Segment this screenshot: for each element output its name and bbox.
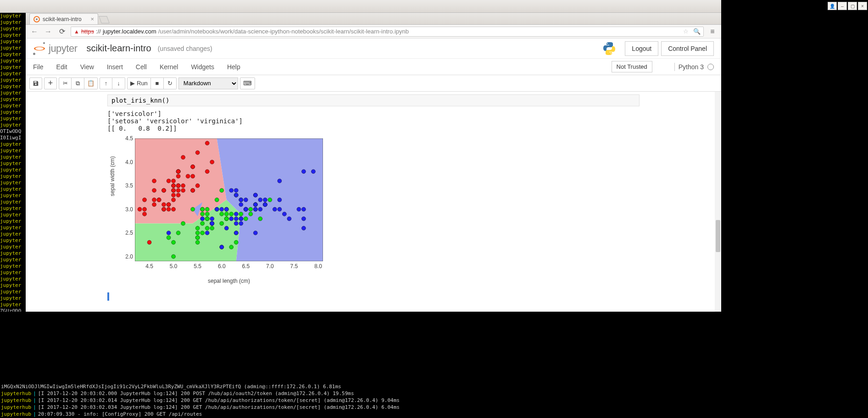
notebook-menubar: FileEditViewInsertCellKernelWidgetsHelp …	[26, 59, 721, 75]
svg-point-115	[244, 198, 248, 202]
save-button[interactable]	[29, 77, 42, 89]
menu-kernel[interactable]: Kernel	[160, 63, 178, 71]
svg-point-111	[167, 231, 171, 235]
browser-window: scikit-learn-intro × ← → ⟳ ▲ https://jup…	[26, 0, 721, 312]
window-close-button[interactable]: ×	[858, 2, 867, 10]
svg-point-30	[172, 207, 176, 211]
menu-edit[interactable]: Edit	[56, 63, 67, 71]
svg-point-152	[244, 207, 248, 211]
terminal-bottom: iMGQxN2NiODJlMGIwIiwgIm5leHRfdXJsIjogIi9…	[0, 383, 868, 418]
trust-button[interactable]: Not Trusted	[612, 61, 652, 72]
svg-point-41	[195, 184, 200, 188]
svg-point-53	[186, 174, 190, 178]
command-palette-button[interactable]: ⌨	[240, 77, 255, 89]
jupyter-logo[interactable]: jupyter	[33, 42, 78, 55]
svg-point-86	[195, 236, 200, 240]
svg-point-128	[234, 221, 238, 226]
svg-point-84	[205, 226, 209, 230]
svg-point-47	[143, 198, 147, 202]
svg-point-42	[167, 179, 171, 183]
svg-point-126	[200, 217, 205, 221]
svg-point-90	[220, 188, 224, 192]
markdown-blockquote	[107, 292, 640, 301]
svg-point-59	[244, 217, 248, 221]
svg-point-140	[301, 207, 306, 211]
os-titlebar	[0, 0, 721, 13]
browser-menu-button[interactable]: ≡	[707, 27, 718, 37]
svg-point-136	[311, 170, 315, 174]
address-bar[interactable]: ▲ https://jupyter.localdev.com/user/admi…	[71, 27, 704, 37]
svg-point-29	[162, 188, 166, 192]
menu-cell[interactable]: Cell	[136, 63, 147, 71]
cell-type-select[interactable]: CodeMarkdownRaw NBConvertHeading	[178, 77, 238, 89]
svg-point-108	[234, 212, 238, 216]
svg-point-21	[191, 165, 195, 169]
paste-button[interactable]: 📋	[84, 77, 98, 89]
browser-tab[interactable]: scikit-learn-intro ×	[29, 13, 98, 24]
svg-point-18	[138, 207, 142, 211]
menu-insert[interactable]: Insert	[107, 63, 123, 71]
svg-point-22	[176, 184, 180, 188]
svg-point-131	[229, 217, 234, 221]
nav-back-button[interactable]: ←	[29, 27, 39, 37]
svg-point-39	[167, 203, 171, 207]
svg-point-19	[210, 160, 214, 164]
bookmark-star-icon[interactable]: ☆	[683, 28, 689, 35]
svg-point-127	[301, 217, 306, 221]
svg-point-48	[172, 184, 176, 188]
svg-point-105	[234, 193, 238, 197]
restart-button[interactable]: ↻	[164, 77, 177, 89]
move-down-button[interactable]: ↓	[112, 77, 125, 89]
svg-point-52	[152, 198, 156, 202]
svg-point-101	[205, 212, 209, 216]
svg-point-146	[263, 203, 267, 207]
window-user-button[interactable]: 👤	[828, 2, 837, 10]
cut-button[interactable]: ✂	[59, 77, 72, 89]
new-tab-button[interactable]	[99, 16, 110, 23]
copy-button[interactable]: ⧉	[72, 77, 84, 89]
svg-point-35	[162, 203, 166, 207]
menu-help[interactable]: Help	[227, 63, 240, 71]
svg-point-138	[234, 217, 238, 221]
logout-button[interactable]: Logout	[625, 41, 658, 56]
svg-point-116	[239, 221, 243, 226]
notebook-title[interactable]: scikit-learn-intro	[87, 43, 151, 54]
svg-point-123	[301, 226, 306, 230]
svg-point-15	[191, 174, 195, 178]
zoom-icon[interactable]: 🔍	[693, 28, 701, 35]
svg-point-62	[167, 236, 171, 240]
menu-file[interactable]: File	[33, 63, 44, 71]
window-maximize-button[interactable]: ▢	[848, 2, 857, 10]
vertical-scrollbar[interactable]	[715, 92, 721, 312]
iris-knn-chart: sepal width (cm) sepal length (cm) 2.02.…	[107, 137, 328, 283]
svg-point-50	[162, 207, 166, 211]
svg-point-141	[234, 188, 238, 192]
run-button[interactable]: ▶Run	[127, 77, 151, 89]
notebook-body: plot_iris_knn() ['versicolor'] ['setosa'…	[26, 92, 721, 312]
svg-point-64	[181, 221, 185, 226]
svg-point-68	[224, 212, 228, 216]
nav-forward-button: →	[43, 27, 53, 37]
move-up-button[interactable]: ↑	[100, 77, 112, 89]
nav-reload-button[interactable]: ⟳	[57, 27, 67, 37]
interrupt-button[interactable]: ■	[151, 77, 164, 89]
window-minimize-button[interactable]: –	[838, 2, 847, 10]
svg-point-147	[210, 221, 214, 226]
svg-point-130	[278, 198, 282, 202]
tab-close-icon[interactable]: ×	[90, 16, 94, 22]
menu-view[interactable]: View	[80, 63, 94, 71]
add-cell-button[interactable]: +	[44, 77, 57, 89]
svg-point-11	[152, 188, 156, 192]
svg-point-154	[215, 207, 219, 211]
code-cell-input[interactable]: plot_iris_knn()	[107, 94, 640, 106]
svg-point-113	[253, 231, 257, 235]
svg-point-36	[191, 188, 195, 192]
kernel-indicator[interactable]: Python 3	[674, 63, 714, 71]
svg-point-139	[224, 226, 228, 230]
control-panel-button[interactable]: Control Panel	[661, 41, 714, 56]
menu-widgets[interactable]: Widgets	[191, 63, 214, 71]
svg-point-27	[152, 179, 156, 183]
notebook-save-status: (unsaved changes)	[158, 45, 212, 52]
svg-point-98	[172, 240, 176, 244]
jupyter-favicon-icon	[33, 16, 40, 22]
